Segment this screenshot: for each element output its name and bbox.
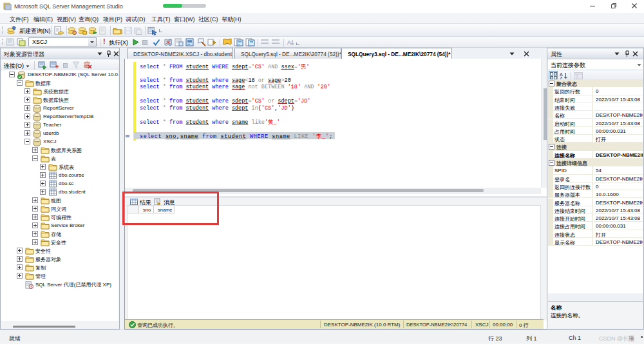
svg-text:A: A [287,39,291,46]
